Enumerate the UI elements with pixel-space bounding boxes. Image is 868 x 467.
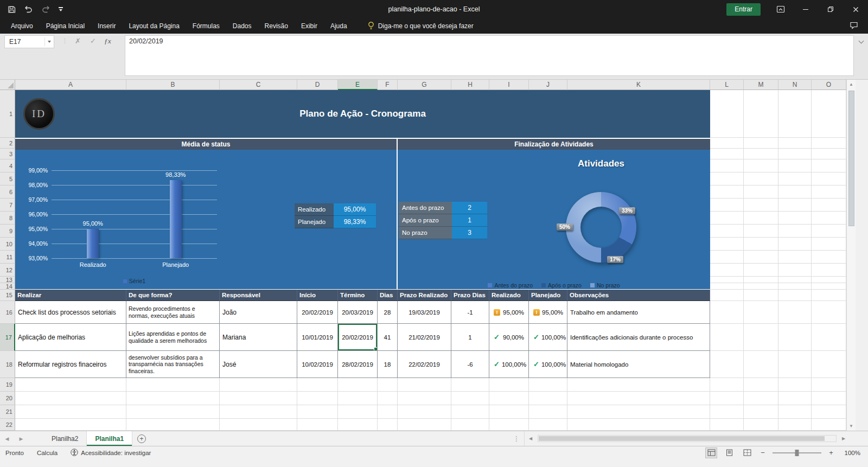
row-header-13[interactable]: 13 [0,277,15,283]
row-header-19[interactable]: 19 [0,378,15,392]
ribbon-tab-layout-da-página[interactable]: Layout da Página [122,18,186,34]
cancel-icon[interactable]: ✗ [75,37,81,45]
cell[interactable] [744,159,778,172]
cell[interactable] [297,419,338,431]
scroll-left-icon[interactable]: ◀ [525,436,537,441]
cell[interactable] [778,90,812,138]
vertical-scrollbar[interactable]: ▲ ▼ [846,80,856,431]
cell[interactable] [710,351,744,378]
cell[interactable] [529,405,567,419]
column-header-O[interactable]: O [812,80,846,90]
cell[interactable] [338,392,378,405]
cell[interactable] [778,324,812,351]
cell[interactable] [710,277,744,283]
column-header-N[interactable]: N [778,80,812,90]
cell[interactable] [451,378,489,392]
zoom-out-icon[interactable]: − [759,449,767,457]
cell[interactable] [744,172,778,185]
cell[interactable] [812,138,846,149]
name-box[interactable]: E17 [4,35,54,48]
cell[interactable] [220,392,297,405]
table-cell[interactable]: 19/03/2019 [398,301,451,324]
row-header-3[interactable]: 3 [0,149,15,159]
table-cell[interactable]: Mariana [220,324,297,351]
table-cell[interactable]: Aplicação de melhorias [15,324,126,351]
cell[interactable] [744,290,778,301]
table-cell[interactable]: 1 [451,324,489,351]
close-button[interactable] [843,0,868,18]
ribbon-tab-exibir[interactable]: Exibir [295,18,324,34]
cell[interactable] [15,392,126,405]
cell[interactable] [297,405,338,419]
row-header-6[interactable]: 6 [0,185,15,199]
table-cell[interactable]: ✓100,00% [529,324,567,351]
table-cell[interactable]: -1 [451,301,489,324]
cell[interactable] [744,138,778,149]
save-icon[interactable] [8,5,16,14]
cell[interactable] [812,405,846,419]
cell[interactable] [710,301,744,324]
sheet-tab-planilha2[interactable]: Planilha2 [43,431,87,446]
minimize-button[interactable] [793,0,818,18]
ribbon-tab-revisão[interactable]: Revisão [258,18,295,34]
page-layout-view-icon[interactable] [723,447,735,458]
vertical-scroll-thumb[interactable] [848,91,854,226]
column-header-E[interactable]: E [338,80,378,90]
row-header-10[interactable]: 10 [0,238,15,251]
column-header-B[interactable]: B [126,80,220,90]
cell[interactable] [744,149,778,159]
column-header-L[interactable]: L [710,80,744,90]
cell[interactable] [744,378,778,392]
cell[interactable] [710,419,744,431]
cell[interactable] [778,212,812,225]
cell[interactable] [744,264,778,277]
cell[interactable] [126,405,220,419]
cell[interactable] [15,419,126,431]
cell[interactable] [744,199,778,212]
row-header-9[interactable]: 9 [0,225,15,238]
selected-cell[interactable]: 20/02/2019 [338,324,378,351]
cell[interactable] [398,419,451,431]
cell[interactable] [398,378,451,392]
cell[interactable] [297,378,338,392]
cell[interactable] [812,251,846,264]
formula-bar-collapse-icon[interactable] [859,39,864,43]
status-calc[interactable]: Calcula [37,450,58,456]
cell[interactable] [812,290,846,301]
ribbon-tab-inserir[interactable]: Inserir [91,18,122,34]
cell[interactable] [812,225,846,238]
table-header-7[interactable]: Prazo Dias [451,290,489,301]
table-header-3[interactable]: Início [297,290,338,301]
zoom-level[interactable]: 100% [841,450,860,456]
cell[interactable] [812,264,846,277]
cell[interactable] [778,392,812,405]
row-header-15[interactable]: 15 [0,290,15,301]
cell[interactable] [778,185,812,199]
cell[interactable] [297,392,338,405]
table-cell[interactable]: 41 [378,324,398,351]
cell[interactable] [744,301,778,324]
row-header-4[interactable]: 4 [0,159,15,172]
undo-icon[interactable] [24,5,33,13]
table-cell[interactable]: ✓100,00% [489,351,529,378]
tell-me-box[interactable]: Diga-me o que você deseja fazer [368,21,474,31]
cell[interactable] [710,290,744,301]
cell[interactable] [744,185,778,199]
formula-input[interactable]: 20/02/2019 [125,35,854,76]
ribbon-tab-dados[interactable]: Dados [226,18,258,34]
table-cell[interactable]: 20/03/2019 [338,301,378,324]
column-header-I[interactable]: I [489,80,529,90]
column-header-G[interactable]: G [398,80,451,90]
cell[interactable] [778,290,812,301]
insert-function-icon[interactable]: ƒx [104,37,111,46]
column-header-M[interactable]: M [744,80,778,90]
cell[interactable] [710,264,744,277]
table-header-10[interactable]: Observações [567,290,710,301]
row-header-12[interactable]: 12 [0,264,15,277]
cell[interactable] [15,405,126,419]
cell[interactable] [567,405,710,419]
table-cell[interactable]: José [220,351,297,378]
ribbon-tab-arquivo[interactable]: Arquivo [4,18,40,34]
table-header-2[interactable]: Responsável [220,290,297,301]
cell[interactable] [778,405,812,419]
